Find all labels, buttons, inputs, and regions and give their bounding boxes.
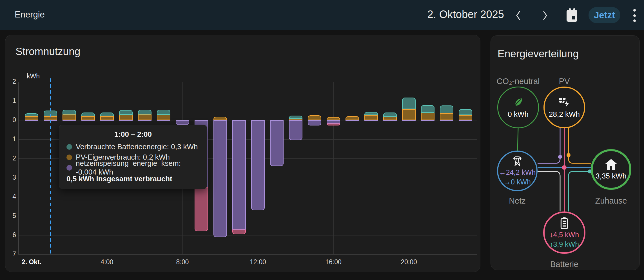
previous-day-button[interactable]: [513, 10, 523, 21]
solar-node[interactable]: 28,2 kWh: [543, 87, 585, 128]
bar-hour-2[interactable]: [63, 120, 76, 121]
bar-hour-23[interactable]: [459, 120, 472, 121]
bar-hour-17[interactable]: [346, 116, 359, 120]
hover-time-indicator: [50, 78, 51, 256]
bar-hour-9[interactable]: [195, 187, 208, 231]
bar-hour-19[interactable]: [383, 117, 397, 120]
bar-hour-13[interactable]: [270, 120, 284, 166]
bar-hour-6[interactable]: [138, 110, 151, 114]
tooltip-row: Verbrauchte Batterieenergie: 0,3 kWh: [66, 142, 200, 152]
bar-hour-6[interactable]: [138, 120, 151, 121]
bar-hour-3[interactable]: [81, 120, 95, 121]
bar-hour-20[interactable]: [402, 98, 416, 109]
battery-flow-dot: [562, 165, 567, 170]
bar-hour-2[interactable]: [63, 110, 76, 114]
bar-hour-19[interactable]: [383, 113, 397, 117]
bar-hour-6[interactable]: [138, 114, 151, 120]
solar-panel-icon: [558, 96, 571, 109]
bar-hour-0[interactable]: [25, 113, 38, 116]
battery-label: Batterie: [533, 260, 595, 269]
bar-hour-21[interactable]: [421, 113, 434, 120]
bar-hour-15[interactable]: [308, 120, 321, 125]
power-usage-card: Stromnutzung kWh 21012345672. Okt.4:008:…: [5, 35, 480, 272]
battery-icon: [559, 217, 569, 229]
bar-hour-7[interactable]: [157, 120, 170, 121]
date-label: 2. Oktober 2025: [427, 8, 504, 21]
jump-to-now-button[interactable]: Jetzt: [589, 7, 620, 23]
bar-hour-22[interactable]: [440, 120, 453, 121]
battery-node[interactable]: ↓4,5 kWh ↑3,9 kWh: [543, 211, 585, 254]
bar-hour-22[interactable]: [440, 105, 453, 113]
bar-hour-3[interactable]: [81, 113, 95, 116]
x-tick-label: 4:00: [93, 258, 121, 266]
solar-value: 28,2 kWh: [549, 110, 580, 119]
solar-flow-dot: [567, 153, 571, 157]
gridline: [18, 235, 477, 235]
bar-hour-5[interactable]: [119, 110, 133, 115]
bar-hour-16[interactable]: [327, 120, 340, 124]
grid-node[interactable]: ←24,2 kWh →0 kWh: [497, 151, 538, 191]
bar-hour-7[interactable]: [157, 110, 170, 115]
bar-hour-2[interactable]: [63, 114, 76, 120]
grid-return-dot: [66, 165, 72, 171]
bar-hour-18[interactable]: [364, 112, 378, 115]
x-tick-label: 8:00: [169, 258, 196, 266]
bar-hour-22[interactable]: [440, 113, 453, 120]
overflow-menu-button[interactable]: [632, 9, 637, 22]
bar-hour-11[interactable]: [232, 230, 246, 235]
kebab-dot: [633, 19, 636, 22]
grid-import-value: →0 kWh: [504, 178, 531, 186]
y-tick-label: 1: [6, 97, 16, 105]
bar-hour-5[interactable]: [119, 115, 133, 120]
y-axis: [18, 82, 19, 254]
bar-hour-0[interactable]: [25, 120, 38, 121]
bar-hour-4[interactable]: [100, 120, 114, 121]
x-tick-label: 16:00: [320, 258, 347, 266]
app-header: Energie 2. Oktober 2025 Jetzt: [0, 0, 644, 30]
transmission-tower-icon: [511, 156, 523, 167]
bar-hour-17[interactable]: [346, 120, 359, 121]
energy-distribution-card: Energieverteilung CO₂-neutral PV 0 kWh: [491, 35, 640, 270]
tooltip-row: netzeinspeisung_energie_ksem: -0,004 kWh: [66, 162, 200, 173]
y-tick-label: 0: [6, 116, 16, 124]
bar-hour-19[interactable]: [383, 120, 397, 121]
next-day-button[interactable]: [540, 10, 550, 21]
calendar-button[interactable]: [565, 8, 579, 23]
bar-hour-5[interactable]: [119, 120, 133, 121]
bar-hour-21[interactable]: [421, 120, 434, 121]
grid-label: Netz: [486, 196, 548, 206]
bar-hour-4[interactable]: [100, 113, 114, 116]
y-tick-label: 4: [6, 193, 16, 200]
bar-hour-16[interactable]: [327, 117, 340, 120]
home-node[interactable]: 3,35 kWh: [591, 149, 631, 190]
bar-hour-7[interactable]: [157, 115, 170, 120]
bar-hour-10[interactable]: [213, 117, 227, 120]
bar-hour-8[interactable]: [176, 120, 189, 125]
bar-hour-20[interactable]: [402, 109, 416, 120]
kebab-dot: [633, 14, 636, 17]
bar-hour-3[interactable]: [81, 116, 95, 120]
home-value: 3,35 kWh: [596, 172, 627, 180]
bar-hour-14[interactable]: [289, 116, 302, 118]
bar-hour-23[interactable]: [459, 115, 472, 120]
bar-hour-11[interactable]: [232, 120, 246, 230]
solar-label: PV: [533, 77, 595, 86]
bar-hour-23[interactable]: [459, 109, 472, 115]
bar-hour-12[interactable]: [251, 120, 265, 210]
y-tick-label: 1: [6, 135, 16, 143]
bar-hour-16[interactable]: [327, 124, 340, 125]
bar-hour-18[interactable]: [364, 120, 378, 121]
bar-hour-0[interactable]: [25, 116, 38, 120]
battery-consumed-dot: [66, 144, 72, 150]
bar-hour-21[interactable]: [421, 105, 434, 113]
bar-hour-10[interactable]: [213, 120, 227, 237]
bar-hour-20[interactable]: [402, 120, 416, 121]
bar-hour-14[interactable]: [289, 120, 302, 140]
bar-hour-15[interactable]: [308, 115, 321, 120]
low-carbon-node[interactable]: 0 kWh: [497, 87, 539, 128]
bar-hour-4[interactable]: [100, 116, 114, 120]
x-tick-label: 2. Okt.: [18, 258, 45, 266]
tooltip-row-text: Verbrauchte Batterieenergie: 0,3 kWh: [76, 142, 198, 151]
bar-hour-18[interactable]: [364, 115, 378, 120]
grid-export-value: ←24,2 kWh: [499, 168, 536, 177]
